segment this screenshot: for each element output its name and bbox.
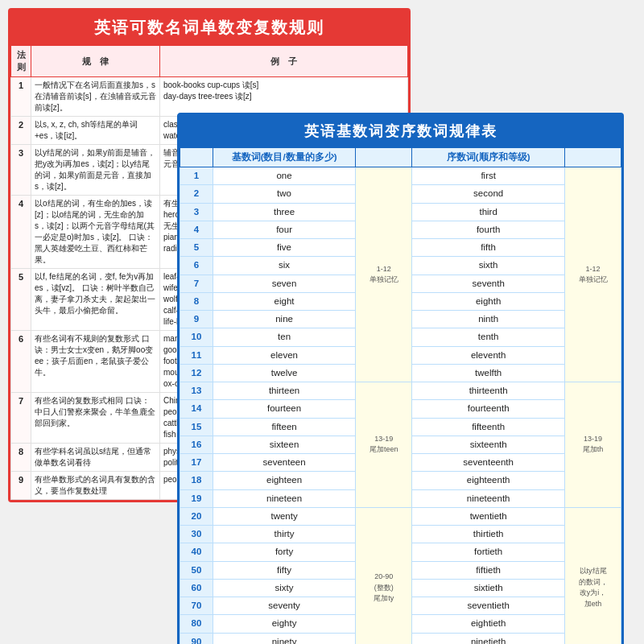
row-number: 17 (180, 454, 213, 472)
row-number: 80 (180, 615, 213, 633)
table-row: 1 一般情况下在名词后面直接加s，s在清辅音前读[s]，在浊辅音或元音前读[z]… (11, 77, 408, 117)
red-card-title: 英语可数名词单数变复数规则 (10, 10, 408, 45)
row-number: 18 (180, 472, 213, 489)
table-row: 20twenty20-90(整数)尾加tytwentieth以ty结尾的数词，改… (180, 507, 621, 525)
rule-number: 3 (11, 145, 31, 196)
ordinal-word: tenth (412, 328, 565, 346)
red-col-header-example: 例 子 (160, 46, 408, 77)
rule-text: 有些名词的复数形式相同 口诀：中日人们警察来聚会，牛羊鱼鹿全部回到家。 (31, 393, 160, 444)
ordinal-word: thirteenth (412, 382, 565, 400)
row-number: 16 (180, 436, 213, 453)
rule-text: 以o结尾的词，有生命的加es，读[z]；以o结尾的词，无生命的加s，读[z]；以… (31, 196, 160, 269)
cardinal-word: eighty (213, 615, 356, 633)
row-number: 5 (180, 239, 213, 257)
ordinal-word: seventeenth (412, 454, 565, 472)
ordinal-word: eightieth (412, 615, 565, 633)
blue-rules-table: 基数词(数目/数量的多少) 序数词(顺序和等级) 1one1-12单独记忆fir… (180, 147, 621, 644)
row-number: 4 (180, 221, 213, 238)
ordinal-word: fiftieth (412, 561, 565, 579)
ordinal-word: fifth (412, 239, 565, 257)
cardinal-word: six (213, 257, 356, 275)
group-label-ordinal: 13-19尾加th (565, 382, 621, 508)
blue-card-title: 英语基数词变序数词规律表 (180, 115, 621, 147)
cardinal-word: sixteen (213, 436, 356, 453)
cardinal-word: seventeen (213, 454, 356, 472)
row-number: 13 (180, 382, 213, 400)
rule-text: 以y结尾的词，如果y前面是辅音，把y改为i再加es，读[z]；以y结尾的词，如果… (31, 145, 160, 196)
cardinal-word: five (213, 239, 356, 257)
ordinal-word: fourth (412, 221, 565, 238)
ordinal-word: seventh (412, 275, 565, 292)
cardinal-word: fifty (213, 561, 356, 579)
cardinal-word: one (213, 167, 356, 185)
row-number: 6 (180, 257, 213, 275)
cardinal-word: seven (213, 275, 356, 292)
row-number: 90 (180, 633, 213, 644)
blue-col-group-cardinal (356, 148, 412, 167)
cardinal-word: twelve (213, 364, 356, 382)
ordinal-word: sixtieth (412, 579, 565, 597)
ordinal-word: second (412, 185, 565, 203)
row-number: 11 (180, 346, 213, 364)
group-label-cardinal: 13-19尾加teen (356, 382, 412, 508)
row-number: 10 (180, 328, 213, 346)
ordinal-word: fifteenth (412, 418, 565, 436)
ordinal-word: sixteenth (412, 436, 565, 453)
cardinal-word: thirteen (213, 382, 356, 400)
cardinal-word: seventy (213, 597, 356, 615)
row-number: 9 (180, 311, 213, 328)
cardinal-word: four (213, 221, 356, 238)
group-label-cardinal: 20-90(整数)尾加ty (356, 507, 412, 644)
ordinal-word: thirtieth (412, 526, 565, 543)
ordinal-word: sixth (412, 257, 565, 275)
rule-number: 9 (11, 472, 31, 500)
row-number: 20 (180, 507, 213, 525)
ordinal-word: eleventh (412, 346, 565, 364)
blue-col-cardinal: 基数词(数目/数量的多少) (213, 148, 356, 167)
cardinal-word: ninety (213, 633, 356, 644)
rule-text: 以s, x, z, ch, sh等结尾的单词+es，读[iz]。 (31, 117, 160, 145)
row-number: 8 (180, 292, 213, 310)
rule-text: 以f, fe结尾的名词，变f, fe为v再加es，读[vz]。 口诀：树叶半数自… (31, 269, 160, 331)
cardinal-word: ten (213, 328, 356, 346)
cardinal-word: fifteen (213, 418, 356, 436)
ordinal-word: eighteenth (412, 472, 565, 489)
ordinal-word: eighth (412, 292, 565, 310)
rule-text: 有些学科名词虽以s结尾，但通常做单数名词看待 (31, 444, 160, 472)
cardinal-word: eight (213, 292, 356, 310)
rule-number: 2 (11, 117, 31, 145)
row-number: 60 (180, 579, 213, 597)
row-number: 12 (180, 364, 213, 382)
ordinal-word: twelfth (412, 364, 565, 382)
ordinal-word: first (412, 167, 565, 185)
rule-number: 6 (11, 331, 31, 393)
example-text: book-books cup-cups 读[s]day-days tree-tr… (160, 77, 408, 117)
row-number: 30 (180, 526, 213, 543)
ordinal-word: fortieth (412, 543, 565, 561)
ordinal-word: twentieth (412, 507, 565, 525)
ordinal-word: third (412, 203, 565, 221)
row-number: 14 (180, 400, 213, 418)
blue-card: 英语基数词变序数词规律表 基数词(数目/数量的多少) 序数词(顺序和等级) 1o… (177, 113, 624, 644)
row-number: 19 (180, 489, 213, 507)
group-label-cardinal: 1-12单独记忆 (356, 167, 412, 382)
blue-col-num (180, 148, 213, 167)
rule-text: 有些名词有不规则的复数形式 口诀：男士女士x变en，鹅牙脚oo变ee；孩子后面e… (31, 331, 160, 393)
rule-number: 1 (11, 77, 31, 117)
red-col-header-pattern: 规 律 (31, 46, 160, 77)
cardinal-word: thirty (213, 526, 356, 543)
rule-number: 5 (11, 269, 31, 331)
row-number: 15 (180, 418, 213, 436)
group-label-ordinal: 1-12单独记忆 (565, 167, 621, 382)
cardinal-word: three (213, 203, 356, 221)
cardinal-word: nineteen (213, 489, 356, 507)
cardinal-word: twenty (213, 507, 356, 525)
row-number: 70 (180, 597, 213, 615)
ordinal-word: ninth (412, 311, 565, 328)
rule-number: 7 (11, 393, 31, 444)
rule-text: 一般情况下在名词后面直接加s，s在清辅音前读[s]，在浊辅音或元音前读[z]。 (31, 77, 160, 117)
cardinal-word: fourteen (213, 400, 356, 418)
row-number: 40 (180, 543, 213, 561)
rule-text: 有些单数形式的名词具有复数的含义，要当作复数处理 (31, 472, 160, 500)
row-number: 50 (180, 561, 213, 579)
